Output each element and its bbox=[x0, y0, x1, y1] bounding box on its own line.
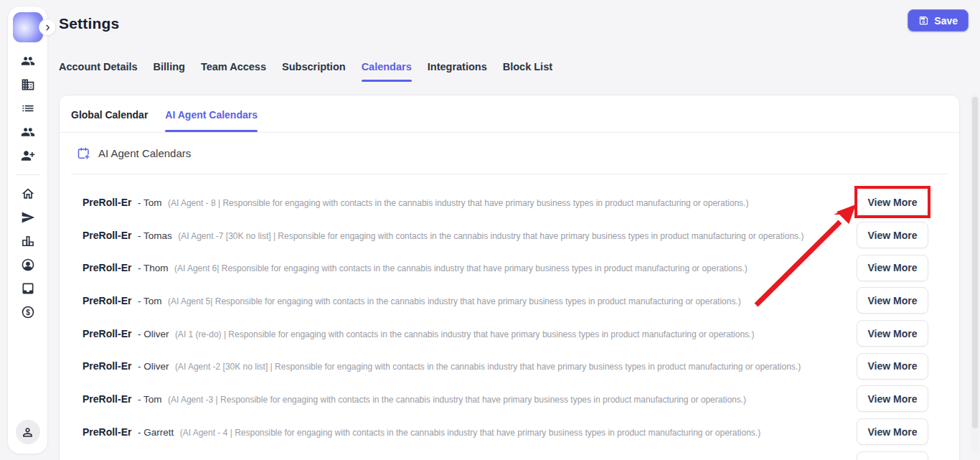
view-more-button[interactable]: View More bbox=[857, 287, 928, 314]
view-more-wrap: View More bbox=[857, 189, 928, 215]
lists-icon[interactable] bbox=[21, 101, 35, 116]
calendars-panel: Global Calendar AI Agent Calendars bbox=[59, 95, 960, 460]
calendar-subtabs: Global Calendar AI Agent Calendars bbox=[60, 95, 959, 133]
view-more-button[interactable]: View More bbox=[857, 418, 928, 445]
section-header: AI Agent Calendars bbox=[71, 133, 948, 174]
agent-label: PreRoll-Er - Tom (AI Agent -3 | Responsi… bbox=[83, 393, 746, 405]
settings-tab[interactable]: Integrations bbox=[428, 61, 487, 82]
contacts-icon[interactable] bbox=[21, 125, 35, 139]
page-title: Settings bbox=[59, 15, 119, 32]
agent-calendar-row: PreRoll-Er - Oliver (AI 1 (re-do) | Resp… bbox=[60, 317, 959, 350]
section-title: AI Agent Calendars bbox=[98, 147, 191, 159]
agent-name: - Tomas bbox=[138, 230, 172, 241]
agent-calendar-row: PreRoll-Er - Oliver (AI Agent -2 [30K no… bbox=[60, 349, 959, 382]
inbox-icon[interactable] bbox=[21, 281, 35, 296]
agent-description: (AI Agent - 8 | Responsible for engaging… bbox=[168, 198, 749, 208]
agent-calendar-row: View More bbox=[60, 449, 959, 460]
settings-tab[interactable]: Subscription bbox=[282, 61, 346, 82]
agent-calendar-row: PreRoll-Er - Tomas (AI Agent -7 [30K no … bbox=[60, 219, 959, 252]
subtab-label: Global Calendar bbox=[71, 109, 148, 121]
agent-name: - Garrett bbox=[138, 427, 174, 438]
team-icon[interactable] bbox=[21, 54, 35, 68]
add-person-icon[interactable] bbox=[21, 149, 35, 163]
subtab-label: AI Agent Calendars bbox=[165, 109, 258, 121]
tab-label: Account Details bbox=[59, 61, 138, 72]
agent-description: (AI Agent -3 | Responsible for engaging … bbox=[168, 395, 746, 405]
agent-name: - Oliver bbox=[138, 329, 169, 339]
agent-name: - Tom bbox=[138, 296, 162, 306]
agent-calendar-row: PreRoll-Er - Tom (AI Agent -3 | Responsi… bbox=[60, 382, 959, 416]
svg-text:$: $ bbox=[26, 309, 30, 316]
agent-name: - Tom bbox=[138, 197, 162, 208]
agent-description: (AI 1 (re-do) | Responsible for engaging… bbox=[175, 329, 755, 339]
settings-tab[interactable]: Block List bbox=[503, 61, 552, 82]
agent-description: (AI Agent 5| Responsible for engaging wi… bbox=[168, 296, 741, 306]
scrollbar-thumb[interactable] bbox=[972, 97, 978, 428]
tab-label: Integrations bbox=[428, 61, 487, 72]
agent-description: (AI Agent 6| Responsible for engaging wi… bbox=[174, 263, 748, 273]
save-button-label: Save bbox=[934, 15, 958, 27]
sidebar-divider bbox=[16, 174, 40, 175]
view-more-button[interactable]: View More bbox=[857, 451, 928, 460]
settings-tabs: Account Details Billing Team Access Subs… bbox=[59, 61, 552, 82]
tab-label: Subscription bbox=[282, 61, 346, 72]
tab-label: Calendars bbox=[362, 61, 412, 72]
view-more-button[interactable]: View More bbox=[857, 189, 928, 215]
agent-brand: PreRoll-Er bbox=[83, 197, 131, 208]
view-more-button[interactable]: View More bbox=[857, 222, 928, 248]
save-icon bbox=[918, 15, 929, 26]
reports-icon[interactable] bbox=[21, 234, 35, 248]
view-more-button[interactable]: View More bbox=[857, 353, 928, 380]
agent-description: (AI Agent - 4 | Responsible for engaging… bbox=[180, 428, 761, 438]
view-more-wrap: View More bbox=[857, 385, 928, 412]
view-more-wrap: View More bbox=[857, 353, 928, 380]
settings-tab[interactable]: Team Access bbox=[201, 61, 266, 82]
agent-description: (AI Agent -2 [30K no list] | Responsible… bbox=[175, 362, 801, 372]
view-more-wrap: View More bbox=[857, 287, 928, 314]
view-more-button[interactable]: View More bbox=[857, 320, 928, 347]
save-button[interactable]: Save bbox=[908, 9, 969, 32]
sidebar: $ bbox=[7, 6, 48, 454]
send-icon[interactable] bbox=[21, 210, 35, 225]
company-icon[interactable] bbox=[21, 78, 35, 92]
agent-brand: PreRoll-Er bbox=[83, 393, 131, 405]
agent-label: PreRoll-Er - Garrett (AI Agent - 4 | Res… bbox=[83, 426, 760, 438]
view-more-button[interactable]: View More bbox=[857, 385, 928, 412]
agent-brand: PreRoll-Er bbox=[83, 360, 131, 372]
agent-label: PreRoll-Er - Tom (AI Agent 5| Responsibl… bbox=[83, 294, 741, 307]
agent-calendar-row: PreRoll-Er - Tom (AI Agent - 8 | Respons… bbox=[60, 186, 959, 219]
tab-label: Team Access bbox=[201, 61, 266, 72]
billing-icon[interactable]: $ bbox=[21, 305, 35, 319]
agent-calendar-row: PreRoll-Er - Tom (AI Agent 5| Responsibl… bbox=[60, 284, 959, 317]
agent-name: - Tom bbox=[138, 394, 162, 405]
settings-tab[interactable]: Account Details bbox=[59, 61, 138, 82]
settings-tab[interactable]: Billing bbox=[154, 61, 185, 82]
agent-brand: PreRoll-Er bbox=[83, 328, 131, 339]
view-more-wrap: View More bbox=[857, 320, 928, 347]
agent-name: - Oliver bbox=[138, 361, 169, 372]
tab-label: Block List bbox=[503, 61, 552, 72]
agent-brand: PreRoll-Er bbox=[83, 230, 131, 241]
sidebar-expand-button[interactable] bbox=[39, 19, 56, 36]
user-avatar[interactable] bbox=[16, 420, 40, 444]
agent-label: PreRoll-Er - Oliver (AI Agent -2 [30K no… bbox=[83, 360, 801, 372]
view-more-button[interactable]: View More bbox=[857, 255, 928, 281]
view-more-wrap: View More bbox=[857, 451, 928, 460]
agent-description: (AI Agent -7 [30K no list] | Responsible… bbox=[178, 231, 804, 241]
section-header-wrap: AI Agent Calendars bbox=[71, 133, 948, 174]
calendar-subtab[interactable]: Global Calendar bbox=[71, 95, 148, 132]
tab-label: Billing bbox=[154, 61, 185, 72]
agent-label: PreRoll-Er - Tomas (AI Agent -7 [30K no … bbox=[83, 229, 804, 242]
account-circle-icon[interactable] bbox=[21, 258, 35, 272]
view-more-wrap: View More bbox=[857, 418, 928, 445]
agent-name: - Thom bbox=[138, 263, 169, 273]
view-more-wrap: View More bbox=[857, 222, 928, 248]
agent-calendar-row: PreRoll-Er - Thom (AI Agent 6| Responsib… bbox=[60, 251, 959, 284]
calendar-plus-icon bbox=[77, 146, 90, 160]
agent-calendar-row: PreRoll-Er - Garrett (AI Agent - 4 | Res… bbox=[60, 416, 959, 449]
home-icon[interactable] bbox=[21, 187, 35, 201]
agent-label: PreRoll-Er - Tom (AI Agent - 8 | Respons… bbox=[83, 196, 748, 209]
chevron-right-icon bbox=[44, 24, 52, 32]
settings-tab[interactable]: Calendars bbox=[362, 61, 412, 82]
calendar-subtab[interactable]: AI Agent Calendars bbox=[165, 95, 258, 132]
